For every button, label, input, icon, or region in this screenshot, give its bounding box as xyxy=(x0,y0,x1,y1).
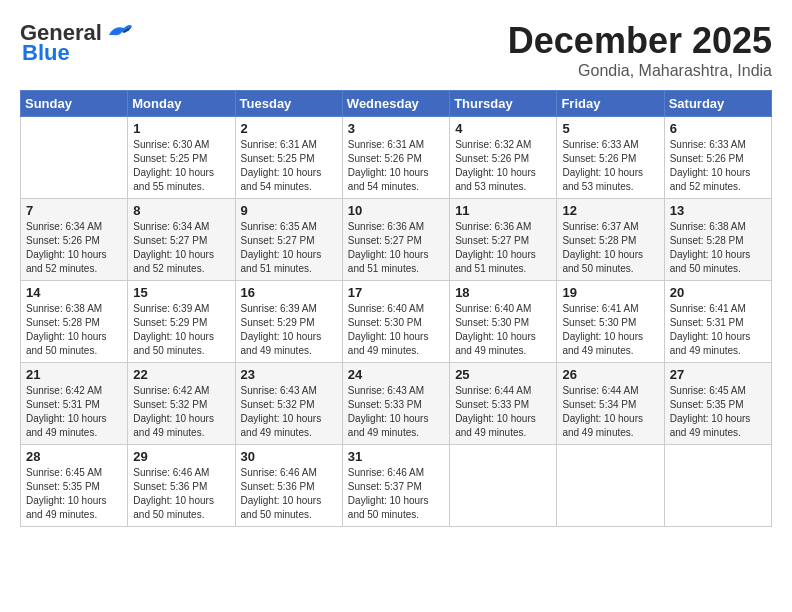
day-info: Sunrise: 6:36 AMSunset: 5:27 PMDaylight:… xyxy=(348,220,444,276)
calendar-day-cell: 4Sunrise: 6:32 AMSunset: 5:26 PMDaylight… xyxy=(450,117,557,199)
calendar-week-row: 7Sunrise: 6:34 AMSunset: 5:26 PMDaylight… xyxy=(21,199,772,281)
day-info: Sunrise: 6:38 AMSunset: 5:28 PMDaylight:… xyxy=(26,302,122,358)
day-number: 17 xyxy=(348,285,444,300)
day-number: 27 xyxy=(670,367,766,382)
calendar-week-row: 1Sunrise: 6:30 AMSunset: 5:25 PMDaylight… xyxy=(21,117,772,199)
calendar-day-cell: 19Sunrise: 6:41 AMSunset: 5:30 PMDayligh… xyxy=(557,281,664,363)
day-info: Sunrise: 6:40 AMSunset: 5:30 PMDaylight:… xyxy=(348,302,444,358)
location-subtitle: Gondia, Maharashtra, India xyxy=(508,62,772,80)
page-header: General Blue December 2025 Gondia, Mahar… xyxy=(20,20,772,80)
day-number: 12 xyxy=(562,203,658,218)
calendar-day-cell: 15Sunrise: 6:39 AMSunset: 5:29 PMDayligh… xyxy=(128,281,235,363)
calendar-week-row: 21Sunrise: 6:42 AMSunset: 5:31 PMDayligh… xyxy=(21,363,772,445)
title-section: December 2025 Gondia, Maharashtra, India xyxy=(508,20,772,80)
day-number: 26 xyxy=(562,367,658,382)
day-info: Sunrise: 6:38 AMSunset: 5:28 PMDaylight:… xyxy=(670,220,766,276)
calendar-day-cell: 23Sunrise: 6:43 AMSunset: 5:32 PMDayligh… xyxy=(235,363,342,445)
day-info: Sunrise: 6:35 AMSunset: 5:27 PMDaylight:… xyxy=(241,220,337,276)
calendar-week-row: 14Sunrise: 6:38 AMSunset: 5:28 PMDayligh… xyxy=(21,281,772,363)
calendar-day-cell: 8Sunrise: 6:34 AMSunset: 5:27 PMDaylight… xyxy=(128,199,235,281)
day-number: 7 xyxy=(26,203,122,218)
day-number: 23 xyxy=(241,367,337,382)
weekday-header: Tuesday xyxy=(235,91,342,117)
calendar-day-cell: 11Sunrise: 6:36 AMSunset: 5:27 PMDayligh… xyxy=(450,199,557,281)
day-info: Sunrise: 6:39 AMSunset: 5:29 PMDaylight:… xyxy=(241,302,337,358)
calendar-day-cell: 27Sunrise: 6:45 AMSunset: 5:35 PMDayligh… xyxy=(664,363,771,445)
day-info: Sunrise: 6:32 AMSunset: 5:26 PMDaylight:… xyxy=(455,138,551,194)
day-number: 28 xyxy=(26,449,122,464)
day-info: Sunrise: 6:36 AMSunset: 5:27 PMDaylight:… xyxy=(455,220,551,276)
weekday-header: Monday xyxy=(128,91,235,117)
weekday-header: Sunday xyxy=(21,91,128,117)
calendar-day-cell: 20Sunrise: 6:41 AMSunset: 5:31 PMDayligh… xyxy=(664,281,771,363)
day-number: 10 xyxy=(348,203,444,218)
day-number: 14 xyxy=(26,285,122,300)
day-info: Sunrise: 6:34 AMSunset: 5:27 PMDaylight:… xyxy=(133,220,229,276)
day-number: 29 xyxy=(133,449,229,464)
calendar-day-cell: 12Sunrise: 6:37 AMSunset: 5:28 PMDayligh… xyxy=(557,199,664,281)
calendar-header-row: SundayMondayTuesdayWednesdayThursdayFrid… xyxy=(21,91,772,117)
calendar-day-cell: 18Sunrise: 6:40 AMSunset: 5:30 PMDayligh… xyxy=(450,281,557,363)
calendar-day-cell: 26Sunrise: 6:44 AMSunset: 5:34 PMDayligh… xyxy=(557,363,664,445)
day-number: 9 xyxy=(241,203,337,218)
calendar-day-cell: 24Sunrise: 6:43 AMSunset: 5:33 PMDayligh… xyxy=(342,363,449,445)
day-number: 2 xyxy=(241,121,337,136)
logo-bird-icon xyxy=(104,20,134,40)
day-info: Sunrise: 6:42 AMSunset: 5:32 PMDaylight:… xyxy=(133,384,229,440)
calendar-day-cell: 5Sunrise: 6:33 AMSunset: 5:26 PMDaylight… xyxy=(557,117,664,199)
day-number: 1 xyxy=(133,121,229,136)
day-info: Sunrise: 6:46 AMSunset: 5:36 PMDaylight:… xyxy=(241,466,337,522)
calendar-table: SundayMondayTuesdayWednesdayThursdayFrid… xyxy=(20,90,772,527)
logo-blue: Blue xyxy=(22,40,70,66)
calendar-day-cell: 2Sunrise: 6:31 AMSunset: 5:25 PMDaylight… xyxy=(235,117,342,199)
calendar-day-cell: 3Sunrise: 6:31 AMSunset: 5:26 PMDaylight… xyxy=(342,117,449,199)
calendar-day-cell: 31Sunrise: 6:46 AMSunset: 5:37 PMDayligh… xyxy=(342,445,449,527)
day-info: Sunrise: 6:43 AMSunset: 5:33 PMDaylight:… xyxy=(348,384,444,440)
day-number: 22 xyxy=(133,367,229,382)
calendar-day-cell: 17Sunrise: 6:40 AMSunset: 5:30 PMDayligh… xyxy=(342,281,449,363)
day-number: 31 xyxy=(348,449,444,464)
day-info: Sunrise: 6:30 AMSunset: 5:25 PMDaylight:… xyxy=(133,138,229,194)
calendar-day-cell: 28Sunrise: 6:45 AMSunset: 5:35 PMDayligh… xyxy=(21,445,128,527)
day-info: Sunrise: 6:46 AMSunset: 5:36 PMDaylight:… xyxy=(133,466,229,522)
day-info: Sunrise: 6:44 AMSunset: 5:33 PMDaylight:… xyxy=(455,384,551,440)
calendar-day-cell: 9Sunrise: 6:35 AMSunset: 5:27 PMDaylight… xyxy=(235,199,342,281)
day-info: Sunrise: 6:31 AMSunset: 5:25 PMDaylight:… xyxy=(241,138,337,194)
calendar-day-cell: 6Sunrise: 6:33 AMSunset: 5:26 PMDaylight… xyxy=(664,117,771,199)
calendar-day-cell: 22Sunrise: 6:42 AMSunset: 5:32 PMDayligh… xyxy=(128,363,235,445)
calendar-day-cell xyxy=(557,445,664,527)
day-number: 19 xyxy=(562,285,658,300)
calendar-day-cell: 13Sunrise: 6:38 AMSunset: 5:28 PMDayligh… xyxy=(664,199,771,281)
day-number: 24 xyxy=(348,367,444,382)
weekday-header: Friday xyxy=(557,91,664,117)
day-info: Sunrise: 6:41 AMSunset: 5:30 PMDaylight:… xyxy=(562,302,658,358)
month-year-title: December 2025 xyxy=(508,20,772,62)
day-number: 13 xyxy=(670,203,766,218)
calendar-week-row: 28Sunrise: 6:45 AMSunset: 5:35 PMDayligh… xyxy=(21,445,772,527)
calendar-day-cell xyxy=(21,117,128,199)
day-number: 11 xyxy=(455,203,551,218)
calendar-day-cell xyxy=(450,445,557,527)
day-info: Sunrise: 6:46 AMSunset: 5:37 PMDaylight:… xyxy=(348,466,444,522)
day-info: Sunrise: 6:45 AMSunset: 5:35 PMDaylight:… xyxy=(670,384,766,440)
calendar-day-cell: 16Sunrise: 6:39 AMSunset: 5:29 PMDayligh… xyxy=(235,281,342,363)
day-info: Sunrise: 6:33 AMSunset: 5:26 PMDaylight:… xyxy=(562,138,658,194)
day-info: Sunrise: 6:31 AMSunset: 5:26 PMDaylight:… xyxy=(348,138,444,194)
day-info: Sunrise: 6:33 AMSunset: 5:26 PMDaylight:… xyxy=(670,138,766,194)
day-number: 25 xyxy=(455,367,551,382)
day-number: 21 xyxy=(26,367,122,382)
day-info: Sunrise: 6:37 AMSunset: 5:28 PMDaylight:… xyxy=(562,220,658,276)
day-info: Sunrise: 6:34 AMSunset: 5:26 PMDaylight:… xyxy=(26,220,122,276)
day-info: Sunrise: 6:39 AMSunset: 5:29 PMDaylight:… xyxy=(133,302,229,358)
day-number: 20 xyxy=(670,285,766,300)
day-info: Sunrise: 6:43 AMSunset: 5:32 PMDaylight:… xyxy=(241,384,337,440)
weekday-header: Wednesday xyxy=(342,91,449,117)
calendar-day-cell: 10Sunrise: 6:36 AMSunset: 5:27 PMDayligh… xyxy=(342,199,449,281)
day-info: Sunrise: 6:42 AMSunset: 5:31 PMDaylight:… xyxy=(26,384,122,440)
day-number: 6 xyxy=(670,121,766,136)
day-number: 5 xyxy=(562,121,658,136)
day-info: Sunrise: 6:40 AMSunset: 5:30 PMDaylight:… xyxy=(455,302,551,358)
calendar-day-cell: 7Sunrise: 6:34 AMSunset: 5:26 PMDaylight… xyxy=(21,199,128,281)
calendar-day-cell: 14Sunrise: 6:38 AMSunset: 5:28 PMDayligh… xyxy=(21,281,128,363)
calendar-day-cell: 21Sunrise: 6:42 AMSunset: 5:31 PMDayligh… xyxy=(21,363,128,445)
